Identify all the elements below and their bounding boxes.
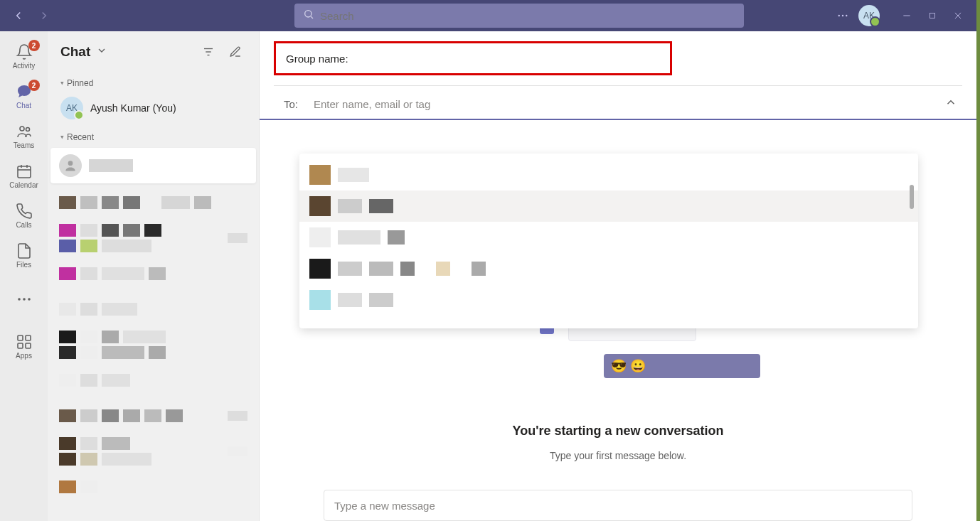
suggest-item[interactable] (299, 190, 918, 222)
svg-point-4 (846, 15, 847, 16)
rail-label: Activity (13, 62, 36, 70)
list-item[interactable] (48, 291, 259, 327)
rail-label: Apps (16, 352, 32, 360)
rail-label: Calendar (9, 181, 38, 189)
svg-rect-18 (18, 335, 23, 340)
svg-point-17 (28, 298, 31, 301)
compose-input[interactable] (334, 500, 902, 512)
suggest-item[interactable] (299, 284, 918, 316)
chat-list-title: Chat (60, 44, 90, 60)
list-item[interactable] (48, 469, 259, 505)
svg-line-1 (311, 16, 313, 18)
rail-label: Files (16, 261, 31, 269)
svg-rect-6 (930, 14, 935, 18)
filter-button[interactable] (198, 41, 219, 63)
to-label: To: (284, 98, 298, 110)
people-suggest-dropdown (299, 154, 918, 328)
chevron-down-icon[interactable] (96, 45, 107, 59)
list-item[interactable] (48, 220, 259, 256)
maximize-button[interactable] (922, 6, 942, 26)
svg-rect-11 (18, 166, 31, 178)
rail-files[interactable]: Files (1, 236, 47, 274)
svg-point-0 (305, 11, 311, 17)
svg-point-2 (838, 15, 840, 16)
rail-label: Teams (14, 141, 34, 149)
rail-activity[interactable]: Activity 2 (1, 37, 47, 75)
rail-more[interactable] (1, 280, 47, 318)
svg-point-9 (20, 127, 24, 131)
suggest-item[interactable] (299, 222, 918, 253)
avatar (59, 154, 82, 177)
search-input[interactable] (320, 10, 735, 22)
apps-icon (16, 333, 33, 350)
app-window: AK Activity 2 Chat 2 Teams (0, 0, 976, 521)
chat-list-header: Chat (48, 31, 259, 72)
new-convo-title: You're starting a new conversation (512, 424, 723, 439)
phone-icon (16, 203, 33, 220)
rail-calls[interactable]: Calls (1, 196, 47, 235)
search-box[interactable] (294, 4, 744, 28)
rail-calendar[interactable]: Calendar (1, 156, 47, 195)
more-icon (16, 291, 33, 308)
minimize-button[interactable] (897, 6, 917, 26)
suggest-item[interactable] (299, 253, 918, 284)
conversation-panel: Group name: To: (260, 31, 976, 521)
svg-point-15 (18, 298, 21, 301)
svg-point-25 (68, 161, 73, 166)
scrollbar[interactable] (910, 185, 914, 209)
list-item[interactable] (50, 148, 256, 183)
title-bar: AK (0, 0, 976, 31)
pinned-name: Ayush Kumar (You) (90, 102, 176, 114)
rail-label: Chat (16, 102, 31, 109)
badge: 2 (28, 40, 40, 51)
forward-button[interactable] (34, 6, 54, 26)
rail-apps[interactable]: Apps (1, 327, 47, 365)
teams-icon (16, 123, 33, 140)
calendar-icon (16, 163, 33, 180)
rail-label: Calls (16, 221, 31, 229)
app-rail: Activity 2 Chat 2 Teams Calendar Calls (0, 31, 48, 521)
svg-point-16 (23, 298, 26, 301)
to-input[interactable] (314, 98, 925, 110)
to-row: To: (260, 86, 976, 120)
list-item[interactable] (48, 362, 259, 398)
rail-teams[interactable]: Teams (1, 117, 47, 155)
rail-chat[interactable]: Chat 2 (1, 77, 47, 115)
close-button[interactable] (948, 6, 968, 26)
collapse-chevron-icon[interactable] (941, 96, 961, 112)
files-icon (16, 242, 33, 259)
emoji-badge: 😎 😀 (604, 354, 760, 378)
settings-more-icon[interactable] (833, 6, 853, 26)
group-name-input-highlight[interactable]: Group name: (274, 41, 672, 75)
app-body: Activity 2 Chat 2 Teams Calendar Calls (0, 31, 976, 521)
svg-rect-19 (26, 335, 31, 340)
svg-rect-20 (18, 343, 23, 348)
section-recent[interactable]: Recent (48, 127, 259, 146)
group-name-label: Group name: (286, 53, 348, 65)
search-icon (303, 9, 314, 23)
pinned-self-chat[interactable]: AK Ayush Kumar (You) (48, 92, 259, 127)
list-item[interactable] (48, 256, 259, 291)
list-item[interactable] (48, 434, 259, 469)
compose-box[interactable] (324, 490, 912, 521)
chat-list-panel: Chat Pinned AK Ayush Kumar (You) Recent (48, 31, 260, 521)
new-chat-button[interactable] (225, 41, 246, 63)
new-convo-subtitle: Type your first message below. (550, 450, 686, 461)
avatar: AK (60, 97, 83, 119)
svg-rect-21 (26, 343, 31, 348)
svg-point-10 (26, 127, 29, 131)
list-item[interactable] (48, 185, 259, 220)
back-button[interactable] (9, 6, 28, 26)
badge: 2 (28, 80, 40, 91)
section-pinned[interactable]: Pinned (48, 72, 259, 92)
list-item[interactable] (48, 398, 259, 434)
suggest-item[interactable] (299, 159, 918, 190)
profile-avatar[interactable]: AK (858, 5, 880, 26)
svg-point-3 (842, 15, 843, 16)
list-item[interactable] (48, 327, 259, 362)
group-name-row: Group name: (274, 41, 962, 75)
